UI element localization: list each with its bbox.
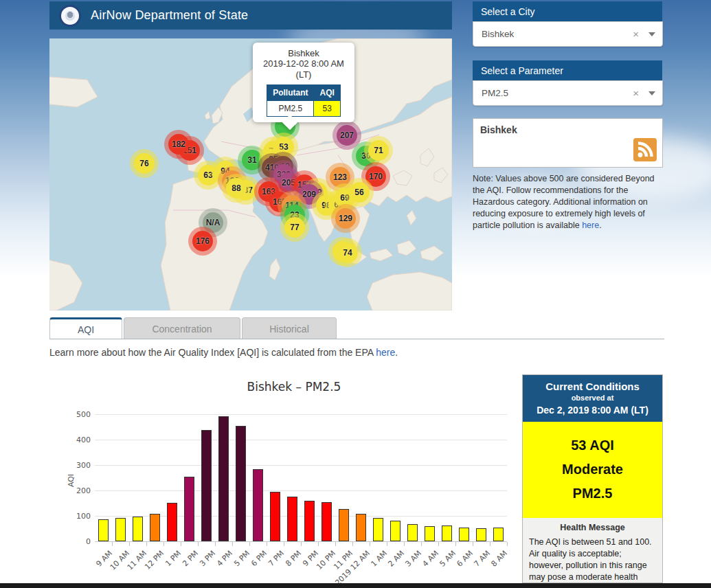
chart-bar[interactable] xyxy=(236,426,246,541)
aqi-map-marker[interactable]: 56 xyxy=(349,182,370,203)
chart-gridline xyxy=(95,490,507,491)
chart-bar[interactable] xyxy=(442,525,452,541)
chart-bar[interactable] xyxy=(373,518,383,541)
rss-feed-icon[interactable] xyxy=(633,138,657,161)
chart-title: Bishkek – PM2.5 xyxy=(74,380,514,394)
chevron-down-icon[interactable] xyxy=(648,32,655,36)
tab-aqi[interactable]: AQI xyxy=(49,317,122,339)
world-map[interactable]: 15118276639413613788N/A17631795385210410… xyxy=(49,38,452,310)
chevron-down-icon[interactable] xyxy=(648,91,655,95)
aqi-map-marker[interactable]: 176 xyxy=(192,231,213,251)
chart-x-tick xyxy=(473,542,473,546)
aqi-map-marker[interactable]: 129 xyxy=(335,208,356,229)
chart-bar[interactable] xyxy=(270,492,280,541)
chart-x-tick-label: 4 AM xyxy=(420,549,440,569)
chart-bar[interactable] xyxy=(218,416,229,541)
chart-bar[interactable] xyxy=(150,514,160,541)
chart-x-tick-label: 2 AM xyxy=(386,549,406,569)
aqi-map-marker[interactable]: 71 xyxy=(368,140,389,161)
app-header: AirNow Department of State xyxy=(49,1,452,30)
chart-bar[interactable] xyxy=(304,501,315,541)
chart-bar[interactable] xyxy=(425,526,435,541)
chart-bar[interactable] xyxy=(476,528,486,541)
city-feed-box: Bishkek xyxy=(473,118,663,168)
chart-x-tick-label: 3 PM xyxy=(198,549,217,568)
chart-bar[interactable] xyxy=(133,517,143,541)
chart-bar[interactable] xyxy=(407,524,418,541)
city-select[interactable]: Bishkek × xyxy=(473,21,663,47)
aqi-map-marker[interactable]: 88 xyxy=(226,178,247,199)
chart-bar[interactable] xyxy=(493,528,504,541)
popup-aqi-value: 53 xyxy=(314,100,340,116)
aqi-map-marker[interactable]: 207 xyxy=(337,125,357,146)
chart-bar[interactable] xyxy=(184,477,194,541)
chart-bar[interactable] xyxy=(356,514,366,541)
chart-x-axis-line xyxy=(95,541,507,542)
chart-bar[interactable] xyxy=(201,430,212,541)
tab-concentration[interactable]: Concentration xyxy=(124,317,240,339)
map-landmass xyxy=(49,38,452,310)
chart-gridline xyxy=(95,440,507,440)
note-text: Note: Values above 500 are considered Be… xyxy=(473,174,655,230)
chart-bar[interactable] xyxy=(253,469,263,541)
chart-x-tick xyxy=(318,542,319,546)
current-conditions-datetime: Dec 2, 2019 8:00 AM (LT) xyxy=(526,405,659,416)
select-parameter-header: Select a Parameter xyxy=(473,60,662,80)
chart-x-tick xyxy=(507,542,508,546)
aqi-map-marker[interactable]: 74 xyxy=(337,242,358,263)
current-aqi-value: 53 AQI xyxy=(523,433,662,457)
chart-x-tick xyxy=(198,542,199,546)
chart-bar[interactable] xyxy=(167,503,177,541)
chart-bar[interactable] xyxy=(339,509,349,541)
popup-col-aqi: AQI xyxy=(314,84,340,100)
chart-bar[interactable] xyxy=(287,497,297,541)
chart-x-tick-label: 6 PM xyxy=(249,549,269,568)
chart-gridline xyxy=(95,414,507,415)
tab-historical[interactable]: Historical xyxy=(242,317,337,339)
chart-y-tick-label: 400 xyxy=(74,436,91,444)
aqi-map-marker[interactable]: N/A xyxy=(203,212,223,233)
aqi-map-marker[interactable]: 182 xyxy=(168,134,189,155)
chart-y-axis-label: AQI xyxy=(67,474,76,487)
aqi-map-marker[interactable]: 170 xyxy=(365,166,386,187)
chart-y-tick-label: 500 xyxy=(74,410,91,419)
aqi-bar-chart: Bishkek – PM2.5 AQI 01002003004005009 AM… xyxy=(74,373,521,586)
chart-x-tick-label: 1 AM xyxy=(369,549,389,569)
clear-parameter-icon[interactable]: × xyxy=(633,87,639,99)
chart-x-tick xyxy=(438,542,439,546)
chart-bar[interactable] xyxy=(321,502,332,541)
chart-x-tick xyxy=(146,542,147,546)
chart-x-tick xyxy=(249,542,250,546)
chart-x-tick xyxy=(215,542,216,546)
current-aqi-pollutant: PM2.5 xyxy=(523,482,662,506)
chart-gridline xyxy=(95,465,507,466)
chart-bar[interactable] xyxy=(459,528,469,541)
chart-x-tick xyxy=(112,542,113,546)
parameter-select[interactable]: PM2.5 × xyxy=(473,80,663,106)
current-aqi-box: 53 AQI Moderate PM2.5 xyxy=(523,422,662,518)
chart-x-tick xyxy=(455,542,456,546)
chart-bar[interactable] xyxy=(115,518,126,541)
current-conditions-panel: Current Conditions observed at Dec 2, 20… xyxy=(522,374,663,583)
chart-y-tick-label: 300 xyxy=(74,461,91,470)
chart-bar[interactable] xyxy=(390,521,400,541)
aqi-map-marker[interactable]: 77 xyxy=(284,217,305,238)
chart-x-tick xyxy=(301,542,302,546)
current-conditions-header: Current Conditions observed at Dec 2, 20… xyxy=(523,375,662,422)
chart-x-tick-label: 4 PM xyxy=(215,549,234,568)
chart-x-tick xyxy=(284,542,284,546)
clear-city-icon[interactable]: × xyxy=(633,28,639,40)
aqi-map-marker[interactable]: 31 xyxy=(242,150,262,170)
chart-bar[interactable] xyxy=(98,519,109,541)
chart-x-tick-label: 8 AM xyxy=(489,549,509,569)
popup-datetime: 2019-12-02 8:00 AM (LT) xyxy=(262,58,345,81)
learn-more-text: Learn more about how the Air Quality Ind… xyxy=(49,347,398,358)
current-aqi-category: Moderate xyxy=(523,457,662,482)
chart-x-tick xyxy=(181,542,181,546)
aqi-map-marker[interactable]: 123 xyxy=(330,167,350,188)
aqi-map-marker[interactable]: 76 xyxy=(134,153,155,174)
note-here-link[interactable]: here xyxy=(582,220,599,230)
city-select-value: Bishkek xyxy=(482,29,633,39)
popup-pollutant-value: PM2.5 xyxy=(267,100,314,116)
learn-more-here-link[interactable]: here xyxy=(376,347,395,358)
